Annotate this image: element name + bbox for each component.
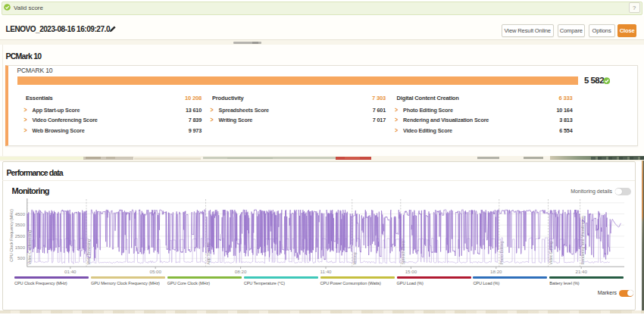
svg-text:05:00: 05:00: [149, 269, 161, 274]
svg-text:2500: 2500: [15, 234, 26, 239]
svg-text:01:40: 01:40: [64, 269, 77, 274]
svg-text:11:40: 11:40: [320, 269, 332, 274]
svg-text:Rendering and Visualization: Rendering and Visualization: [580, 216, 585, 265]
svg-text:3500: 3500: [15, 223, 26, 227]
svg-text:1500: 1500: [15, 245, 26, 250]
svg-text:18:20: 18:20: [490, 269, 502, 274]
svg-text:4500: 4500: [15, 212, 26, 217]
svg-text:500: 500: [17, 256, 26, 260]
svg-text:15:00: 15:00: [405, 269, 417, 274]
svg-text:CPU Clock Frequency (MHz): CPU Clock Frequency (MHz): [9, 209, 14, 262]
svg-text:08:20: 08:20: [235, 269, 247, 274]
svg-text:21:40: 21:40: [575, 269, 587, 274]
